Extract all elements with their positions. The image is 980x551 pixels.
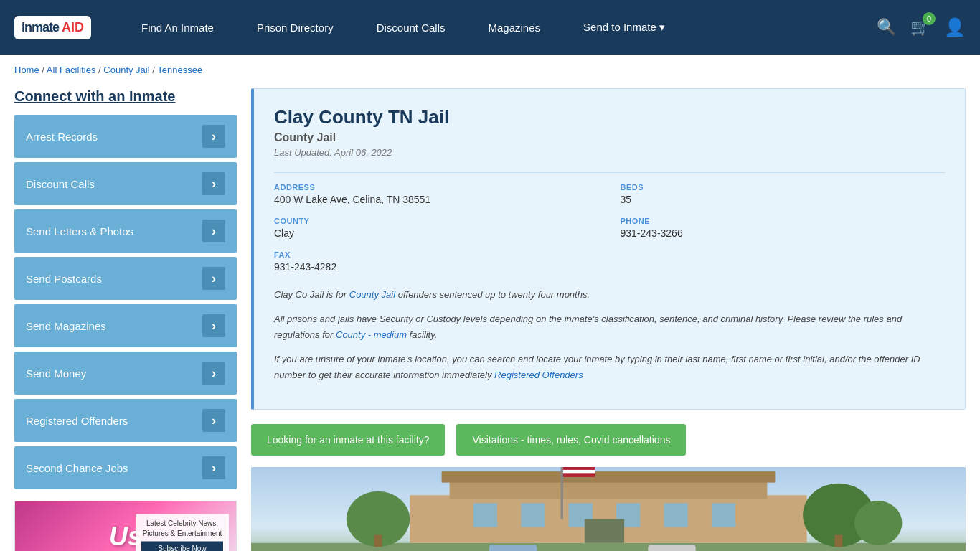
ad-subscribe-button[interactable]: Subscribe Now xyxy=(141,542,223,552)
chevron-right-icon: › xyxy=(202,362,225,385)
county-value: Clay xyxy=(274,227,599,239)
sidebar-item-label: Send Postcards xyxy=(26,273,102,285)
facility-desc2: All prisons and jails have Security or C… xyxy=(274,311,945,343)
sidebar-item-send-postcards[interactable]: Send Postcards › xyxy=(14,257,237,300)
sidebar-title: Connect with an Inmate xyxy=(14,88,237,105)
svg-point-21 xyxy=(854,501,902,546)
sidebar-item-registered-offenders[interactable]: Registered Offenders › xyxy=(14,399,237,442)
ad-text-block: Latest Celebrity News, Pictures & Entert… xyxy=(136,514,229,552)
fax-label: FAX xyxy=(274,250,599,259)
facility-details: ADDRESS 400 W Lake Ave, Celina, TN 38551… xyxy=(274,172,945,273)
sidebar-advertisement: Us Latest Celebrity News, Pictures & Ent… xyxy=(14,501,237,551)
cart-icon[interactable]: 🛒 0 xyxy=(910,18,930,37)
beds-value: 35 xyxy=(621,194,946,205)
facility-desc1: Clay Co Jail is for County Jail offender… xyxy=(274,287,945,303)
sidebar: Connect with an Inmate Arrest Records › … xyxy=(14,88,237,551)
facility-name: Clay County TN Jail xyxy=(274,106,945,128)
logo[interactable]: inmate AID xyxy=(14,16,91,39)
sidebar-item-label: Send Magazines xyxy=(26,320,106,332)
nav-links: Find An Inmate Prison Directory Discount… xyxy=(120,0,877,55)
sidebar-item-arrest-records[interactable]: Arrest Records › xyxy=(14,115,237,158)
sidebar-item-label: Discount Calls xyxy=(26,178,95,190)
svg-rect-6 xyxy=(521,504,545,527)
chevron-right-icon: › xyxy=(202,172,225,195)
breadcrumb-home[interactable]: Home xyxy=(14,65,39,75)
svg-rect-23 xyxy=(648,545,695,551)
detail-beds: BEDS 35 xyxy=(621,183,946,205)
sidebar-item-label: Send Money xyxy=(26,367,86,380)
chevron-right-icon: › xyxy=(202,314,225,337)
sidebar-item-send-money[interactable]: Send Money › xyxy=(14,352,237,395)
cart-badge: 0 xyxy=(923,12,936,25)
beds-label: BEDS xyxy=(621,183,946,192)
logo-aid: AID xyxy=(62,20,84,35)
phone-value: 931-243-3266 xyxy=(621,227,946,239)
address-label: ADDRESS xyxy=(274,183,599,192)
nav-find-inmate[interactable]: Find An Inmate xyxy=(120,0,235,55)
svg-rect-16 xyxy=(563,470,595,473)
sidebar-menu: Arrest Records › Discount Calls › Send L… xyxy=(14,115,237,489)
sidebar-item-label: Arrest Records xyxy=(26,131,98,143)
svg-rect-11 xyxy=(585,519,624,543)
registered-offenders-link[interactable]: Registered Offenders xyxy=(494,369,583,380)
svg-rect-5 xyxy=(473,504,497,527)
svg-rect-20 xyxy=(834,535,842,547)
chevron-right-icon: › xyxy=(202,267,225,290)
svg-rect-10 xyxy=(712,504,735,527)
main-container: Connect with an Inmate Arrest Records › … xyxy=(0,81,980,551)
facility-desc3: If you are unsure of your inmate's locat… xyxy=(274,352,945,383)
facility-type: County Jail xyxy=(274,131,945,144)
chevron-right-icon: › xyxy=(202,220,225,242)
svg-rect-4 xyxy=(442,472,776,483)
detail-address: ADDRESS 400 W Lake Ave, Celina, TN 38551 xyxy=(274,183,599,205)
breadcrumb: Home / All Facilities / County Jail / Te… xyxy=(0,55,980,81)
nav-right-icons: 🔍 🛒 0 👤 xyxy=(877,17,966,37)
nav-send-to-inmate[interactable]: Send to Inmate ▾ xyxy=(562,0,687,55)
facility-building-svg xyxy=(251,467,966,551)
facility-card: Clay County TN Jail County Jail Last Upd… xyxy=(251,88,966,410)
chevron-right-icon: › xyxy=(202,125,225,148)
address-value: 400 W Lake Ave, Celina, TN 38551 xyxy=(274,194,599,205)
detail-phone: PHONE 931-243-3266 xyxy=(621,217,946,239)
sidebar-item-label: Registered Offenders xyxy=(26,415,128,427)
logo-text: inmate xyxy=(22,20,59,35)
svg-rect-12 xyxy=(561,467,563,519)
chevron-right-icon: › xyxy=(202,409,225,432)
nav-discount-calls[interactable]: Discount Calls xyxy=(355,0,467,55)
ad-headline: Latest Celebrity News, Pictures & Entert… xyxy=(141,519,223,539)
county-label: COUNTY xyxy=(274,217,599,225)
sidebar-item-label: Second Chance Jobs xyxy=(26,462,128,474)
facility-last-updated: Last Updated: April 06, 2022 xyxy=(274,147,945,158)
search-icon[interactable]: 🔍 xyxy=(877,18,896,37)
chevron-right-icon: › xyxy=(202,456,225,479)
nav-magazines[interactable]: Magazines xyxy=(467,0,562,55)
main-content: Clay County TN Jail County Jail Last Upd… xyxy=(251,88,966,551)
breadcrumb-county-jail[interactable]: County Jail xyxy=(103,65,149,75)
detail-fax: FAX 931-243-4282 xyxy=(274,250,599,273)
svg-rect-22 xyxy=(489,545,537,551)
find-inmate-button[interactable]: Looking for an inmate at this facility? xyxy=(251,424,445,456)
breadcrumb-all-facilities[interactable]: All Facilities xyxy=(47,65,96,75)
svg-rect-18 xyxy=(374,535,382,547)
county-medium-link[interactable]: County - medium xyxy=(336,329,407,340)
facility-image xyxy=(251,467,966,551)
visitation-button[interactable]: Visitations - times, rules, Covid cancel… xyxy=(456,424,686,456)
sidebar-item-send-magazines[interactable]: Send Magazines › xyxy=(14,304,237,347)
breadcrumb-state[interactable]: Tennessee xyxy=(157,65,202,75)
navigation: inmate AID Find An Inmate Prison Directo… xyxy=(0,0,980,55)
sidebar-item-discount-calls[interactable]: Discount Calls › xyxy=(14,162,237,205)
user-icon[interactable]: 👤 xyxy=(944,17,966,37)
sidebar-item-second-chance-jobs[interactable]: Second Chance Jobs › xyxy=(14,446,237,489)
fax-value: 931-243-4282 xyxy=(274,261,599,273)
sidebar-item-send-letters[interactable]: Send Letters & Photos › xyxy=(14,209,237,253)
svg-rect-9 xyxy=(664,504,687,527)
phone-label: PHONE xyxy=(621,217,946,225)
detail-county: COUNTY Clay xyxy=(274,217,599,239)
nav-prison-directory[interactable]: Prison Directory xyxy=(235,0,355,55)
county-jail-link[interactable]: County Jail xyxy=(349,289,395,300)
sidebar-item-label: Send Letters & Photos xyxy=(26,225,133,237)
action-buttons: Looking for an inmate at this facility? … xyxy=(251,424,966,456)
svg-rect-1 xyxy=(251,543,966,551)
